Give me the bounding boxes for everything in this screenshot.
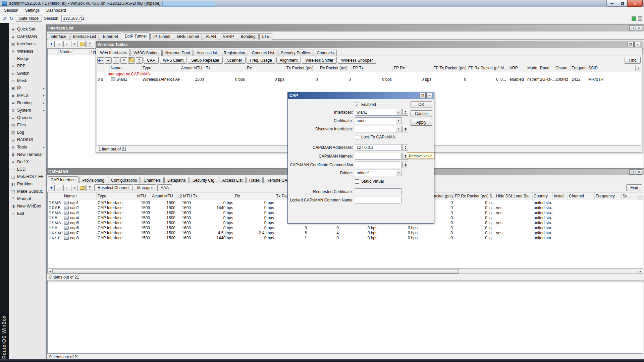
wireless-action-button[interactable]: Alignment — [276, 57, 301, 64]
close-window-icon[interactable]: × — [634, 42, 640, 47]
tab[interactable]: Access List — [219, 177, 246, 183]
sidebar-item[interactable]: ● Dot1X — [9, 158, 46, 166]
horizontal-scrollbar[interactable]: ◂ ▸ — [47, 269, 643, 274]
wireless-action-button[interactable]: WPS Client — [160, 57, 187, 64]
maximize-window-icon[interactable]: ❐ — [629, 25, 635, 31]
sidebar-item[interactable]: ▥ Log — [9, 129, 46, 136]
add-button[interactable]: + — [48, 41, 55, 47]
sidebar-item[interactable]: ⊕ Tools ▸ — [9, 143, 46, 151]
tab[interactable]: WiFi Interfaces — [97, 49, 130, 56]
filter-button[interactable] — [87, 185, 93, 191]
tab[interactable]: Channels — [141, 177, 164, 183]
remove-button[interactable]: − — [105, 57, 112, 64]
filter-button[interactable] — [87, 41, 93, 47]
col-header-rx[interactable]: Rx — [234, 192, 275, 200]
sidebar-item[interactable]: ◨ New WinBox — [9, 202, 46, 210]
enable-button[interactable]: ✓ — [113, 57, 119, 64]
col-header-fp-rx-packet[interactable]: FP Rx Packet (p/s) — [454, 192, 488, 200]
tab[interactable]: Interface List — [70, 33, 99, 40]
tab[interactable]: Configurations — [108, 177, 140, 183]
apply-button[interactable]: Apply — [411, 119, 432, 126]
sidebar-item[interactable]: ⇄ Switch — [9, 70, 46, 77]
maximize-window-icon[interactable]: ❐ — [420, 93, 426, 98]
col-header-frequency[interactable]: Frequency — [595, 192, 622, 200]
wireless-action-button[interactable]: Freq. Usage — [247, 57, 275, 64]
enable-button[interactable]: ✓ — [63, 185, 70, 191]
tab[interactable]: VRRP — [220, 33, 237, 40]
capsman-names-input[interactable] — [355, 153, 401, 160]
ok-button[interactable]: OK — [411, 101, 432, 108]
interfaces-select[interactable]: wlan1▼ — [355, 109, 401, 116]
sidebar-item[interactable]: ▲ CAPsMAN — [9, 33, 46, 40]
tab[interactable]: LTE — [259, 33, 272, 40]
static-virtual-checkbox[interactable] — [355, 179, 359, 184]
interface-list-titlebar[interactable]: Interface List ❐ × — [47, 25, 644, 32]
tab[interactable]: Security Cfg. — [190, 177, 219, 183]
enabled-checkbox[interactable]: ✓ — [355, 103, 359, 107]
col-header-s[interactable]: S... — [488, 192, 495, 200]
col-header-actual-mtu[interactable]: Actual MTU — [151, 192, 176, 200]
wireless-action-button[interactable]: Wireless Snooper — [338, 57, 376, 64]
find-button[interactable]: Find — [625, 57, 641, 64]
col-header-flags[interactable] — [48, 192, 63, 200]
sidebar-item[interactable]: ◎ RADIUS — [9, 136, 46, 143]
capsman-action-button[interactable]: Reselect Channel — [94, 184, 133, 191]
sidebar-item[interactable]: ▦ Interfaces — [9, 40, 46, 48]
tab[interactable]: VLAN — [203, 33, 219, 40]
sidebar-item[interactable]: ▮ New Terminal — [9, 151, 46, 158]
menu-item[interactable]: Session — [1, 7, 22, 13]
tab[interactable]: Rates — [246, 177, 263, 183]
sidebar-item[interactable]: ≈ PPP — [9, 62, 46, 70]
capsman-addresses-input[interactable]: 127.0.0.1 — [355, 144, 401, 151]
discovery-interfaces-select[interactable]: ▼ — [355, 126, 401, 132]
wireless-table-header[interactable]: Name/ Type Actual MTU Tx Rx Tx Packet (p… — [97, 65, 641, 71]
col-header-ssid[interactable]: SSID — [587, 65, 641, 71]
os-titlebar[interactable]: admin@192.168.7.1 (MikroTik) - WinBox v6… — [0, 0, 644, 7]
column-select-button[interactable]: ▼ — [635, 65, 641, 71]
col-header-fp-tx-packet[interactable]: FP Tx Packet (p/s) — [432, 65, 467, 71]
tab[interactable]: Nstreme Dual — [162, 50, 193, 56]
tab[interactable]: Ethernet — [100, 33, 121, 40]
dropdown-arrow-icon[interactable]: ▼ — [396, 126, 401, 132]
find-button[interactable]: Find — [626, 184, 642, 191]
tab[interactable]: Security Profiles — [278, 50, 313, 56]
cap-interface-row[interactable]: DRSMB cap7 CAP Interface 1500 1500 1600 … — [48, 230, 643, 235]
requested-certificate-input[interactable] — [355, 188, 401, 195]
sidebar-item[interactable]: ◇ Mesh — [9, 77, 46, 84]
sidebar-item[interactable]: ◳ Make Supout.rif — [9, 188, 46, 195]
col-header-frequency[interactable]: Frequen... — [571, 65, 587, 71]
col-header-channel[interactable]: Chann... — [554, 65, 571, 71]
tab[interactable]: CAP Interface — [48, 176, 78, 183]
close-window-icon[interactable]: × — [426, 93, 432, 98]
sidebar-item[interactable]: × Exit — [9, 210, 46, 217]
col-header-tx-packet[interactable]: Tx Packet (p/s) — [285, 65, 319, 71]
col-header-hide-ssid[interactable]: Hide SSID — [495, 192, 513, 200]
discovery-updown-button[interactable] — [402, 126, 408, 132]
col-header-name[interactable]: Name/ — [63, 192, 97, 200]
col-header-flags[interactable] — [48, 49, 59, 55]
interfaces-updown-button[interactable] — [402, 109, 408, 116]
col-header-name[interactable]: Name/ — [110, 65, 142, 71]
comment-button[interactable] — [79, 185, 86, 191]
remove-button[interactable]: − — [56, 185, 62, 191]
menu-item[interactable]: Dashboard — [43, 7, 69, 13]
menu-item[interactable]: Settings — [22, 7, 43, 13]
col-header-band[interactable]: Band — [539, 65, 554, 71]
tab[interactable]: Channels — [314, 50, 337, 56]
capsman-cert-common-input[interactable] — [355, 162, 401, 168]
maximize-window-icon[interactable]: ❐ — [628, 42, 634, 47]
close-button[interactable]: × — [627, 0, 643, 7]
session-input[interactable]: 192.168.7.1 — [61, 15, 82, 22]
wireless-comment-row[interactable]: ;;; managed by CAPsMAN — [97, 71, 641, 77]
col-header-tx[interactable]: Tx — [192, 192, 234, 200]
wireless-action-button[interactable]: Scanner — [224, 57, 246, 64]
minimize-button[interactable] — [606, 0, 617, 7]
capsman-action-button[interactable]: AAA — [157, 184, 172, 191]
col-header-channel[interactable]: Channel — [568, 192, 595, 200]
tab[interactable]: Access List — [194, 50, 220, 56]
remove-button[interactable]: − — [56, 41, 62, 47]
cert-common-updown-button[interactable] — [402, 162, 408, 168]
tab[interactable]: Provisioning — [79, 177, 107, 183]
sidebar-item[interactable]: ⇌ Routing ▸ — [9, 99, 46, 107]
maximize-button[interactable] — [617, 0, 628, 7]
